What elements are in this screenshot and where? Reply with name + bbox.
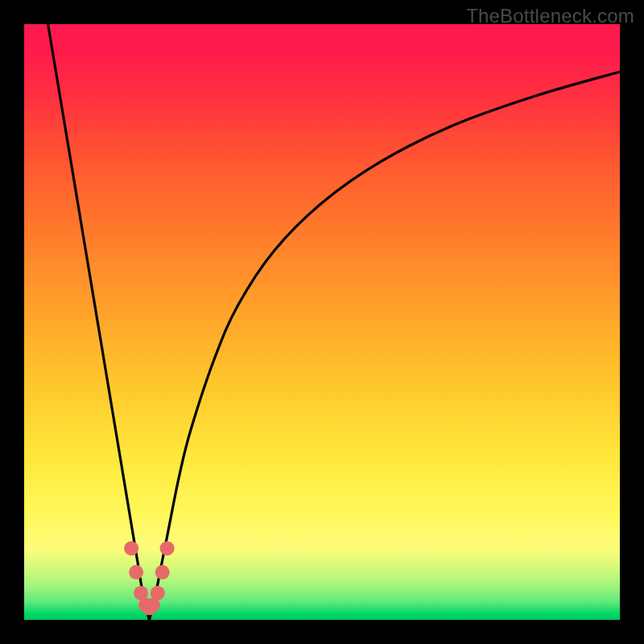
valley-dot [124,541,138,555]
valley-dot [151,586,165,601]
outer-frame: TheBottleneck.com [0,0,644,644]
watermark-text: TheBottleneck.com [466,5,634,27]
valley-dot [129,565,143,580]
bottleneck-curve [48,24,620,620]
valley-dots [124,541,174,615]
plot-area [24,24,620,620]
curve-left-branch [48,24,150,620]
curve-layer [24,24,620,620]
valley-dot [155,565,170,580]
valley-dot [160,541,175,555]
curve-right-branch [149,72,620,620]
